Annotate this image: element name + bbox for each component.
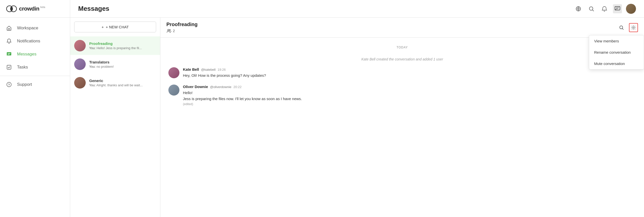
preview-you-proofreading: You:	[89, 46, 96, 50]
chat-item-proofreading[interactable]: Proofreading You: Hello! Jess is prepari…	[70, 36, 160, 55]
chat-preview-proofreading: You: Hello! Jess is preparing the fil...	[89, 46, 156, 50]
message-header-1: Kate Bell @katebell 19:26	[183, 67, 266, 71]
search-button[interactable]	[587, 4, 596, 13]
chat-avatar-proofreading	[74, 40, 86, 51]
home-icon	[6, 25, 12, 31]
svg-line-13	[593, 10, 594, 11]
chat-preview-generic: You: Alright. thanks and will be wait...	[89, 83, 156, 87]
msg-edited-2: (edited)	[183, 102, 302, 106]
group-icon	[166, 28, 171, 33]
svg-rect-3	[8, 29, 10, 30]
chat-header-actions	[617, 23, 638, 32]
chat-item-generic[interactable]: Generic You: Alright. thanks and will be…	[70, 74, 160, 92]
msg-text-1: Hey, Oli! How is the process going? Any …	[183, 73, 266, 79]
chat-search-button[interactable]	[617, 23, 626, 32]
top-bar-actions	[574, 4, 636, 14]
top-bar: Messages	[70, 0, 644, 18]
avatar-image	[626, 4, 636, 14]
svg-point-18	[169, 30, 171, 31]
sidebar-item-tasks[interactable]: Tasks	[0, 61, 70, 74]
dropdown-mute-conversation[interactable]: Mute conversation	[589, 58, 644, 69]
dropdown-view-members[interactable]: View members	[589, 35, 644, 47]
chat-name-proofreading: Proofreading	[89, 41, 156, 46]
chat-title: Proofreading	[166, 22, 197, 27]
message-content-2: Oliver Downie @oliverdownie 20:22 Hello!…	[183, 85, 302, 106]
notifications-label: Notifications	[17, 39, 40, 44]
main-area: Messages	[70, 0, 644, 217]
message-2: Oliver Downie @oliverdownie 20:22 Hello!…	[168, 85, 636, 106]
chat-info-translators: Translators You: no problem!	[89, 60, 156, 68]
preview-text-generic: Alright. thanks and will be wait...	[96, 83, 143, 87]
svg-point-8	[7, 82, 11, 87]
new-chat-label: + NEW CHAT	[106, 25, 129, 29]
svg-point-17	[168, 29, 169, 31]
message-header-2: Oliver Downie @oliverdownie 20:22	[183, 85, 302, 89]
crowdin-logo-icon	[6, 3, 17, 14]
messages-label: Messages	[17, 52, 36, 57]
msg-handle-2: @oliverdownie	[210, 85, 231, 89]
members-count: 2	[173, 29, 175, 33]
system-message: Kate Bell created the conversation and a…	[168, 57, 636, 61]
sidebar-item-messages[interactable]: Messages	[0, 48, 70, 61]
sidebar-item-support[interactable]: Support	[0, 78, 70, 91]
msg-author-2: Oliver Downie	[183, 85, 208, 89]
chat-preview-translators: You: no problem!	[89, 65, 156, 68]
beta-label: beta	[40, 6, 45, 9]
chat-members-row: 2	[166, 28, 197, 33]
msg-time-2: 20:22	[234, 85, 242, 89]
sidebar-item-workspace[interactable]: Workspace	[0, 22, 70, 35]
workspace-label: Workspace	[17, 26, 38, 31]
msg-handle-1: @katebell	[201, 68, 216, 71]
messages-area: TODAY Kate Bell created the conversation…	[160, 38, 644, 217]
date-divider: TODAY	[168, 46, 636, 49]
chat-avatar-translators	[74, 58, 86, 70]
svg-point-9	[9, 86, 9, 86]
svg-point-21	[633, 27, 634, 28]
msg-author-1: Kate Bell	[183, 67, 199, 71]
chat-window: Proofreading 2	[160, 18, 644, 217]
message-avatar-katebell	[168, 67, 179, 78]
tasks-icon	[6, 64, 12, 70]
chat-header: Proofreading 2	[160, 18, 644, 38]
dropdown-menu: View members Rename conversation Mute co…	[589, 35, 644, 69]
message-avatar-oliver	[168, 85, 179, 96]
chat-name-generic: Generic	[89, 79, 156, 83]
preview-you-generic: You:	[89, 83, 96, 87]
logo-area[interactable]: crowdin beta	[0, 0, 70, 18]
sidebar-nav: Workspace Notifications Me	[0, 18, 70, 217]
page-title: Messages	[78, 5, 109, 13]
new-chat-button[interactable]: + + NEW CHAT	[74, 22, 156, 32]
globe-button[interactable]	[574, 4, 583, 13]
notifications-button[interactable]	[600, 4, 609, 13]
chat-info-proofreading: Proofreading You: Hello! Jess is prepari…	[89, 41, 156, 50]
chat-info-generic: Generic You: Alright. thanks and will be…	[89, 79, 156, 87]
chat-name-translators: Translators	[89, 60, 156, 64]
chat-settings-button[interactable]	[629, 23, 638, 32]
content-area: + + NEW CHAT Proofreading You: Hello! Je…	[70, 18, 644, 217]
preview-text-translators: no problem!	[96, 65, 114, 68]
sidebar-item-notifications[interactable]: Notifications	[0, 35, 70, 48]
support-label: Support	[17, 82, 32, 87]
dropdown-rename-conversation[interactable]: Rename conversation	[589, 47, 644, 58]
chat-item-translators[interactable]: Translators You: no problem!	[70, 55, 160, 74]
help-icon	[6, 82, 12, 88]
new-chat-plus: +	[101, 25, 104, 29]
logo-text: crowdin	[19, 6, 39, 12]
messages-icon	[6, 51, 12, 57]
sidebar: crowdin beta Workspace Notifications	[0, 0, 70, 217]
tasks-label: Tasks	[17, 65, 28, 70]
msg-time-1: 19:26	[218, 68, 226, 71]
message-1: Kate Bell @katebell 19:26 Hey, Oli! How …	[168, 67, 636, 79]
chat-list-panel: + + NEW CHAT Proofreading You: Hello! Je…	[70, 18, 160, 217]
nav-divider	[0, 76, 70, 76]
user-avatar[interactable]	[626, 4, 636, 14]
chat-items-list: Proofreading You: Hello! Jess is prepari…	[70, 36, 160, 217]
svg-rect-7	[7, 65, 11, 69]
bell-icon	[6, 38, 12, 44]
preview-you-translators: You:	[89, 65, 96, 68]
svg-point-2	[10, 7, 13, 11]
chat-button[interactable]	[613, 4, 622, 13]
svg-line-20	[622, 28, 623, 29]
chat-avatar-generic	[74, 77, 86, 89]
msg-text-2: Hello!Jess is preparing the files now. I…	[183, 90, 302, 102]
